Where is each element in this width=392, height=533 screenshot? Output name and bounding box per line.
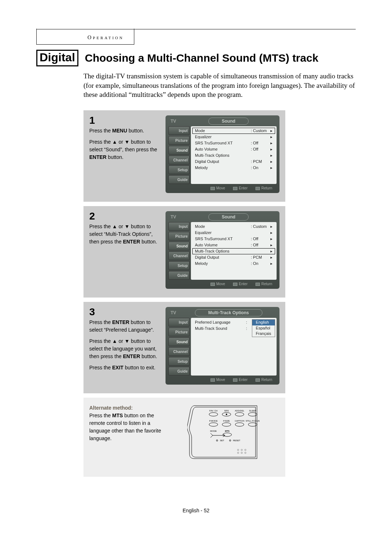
step-block: 1Press the MENU button.Press the ▲ or ▼ … [83, 110, 285, 202]
svg-point-20 [216, 440, 218, 441]
osd-row: Equalizer▸ [192, 230, 275, 236]
osd-tab: Picture [168, 136, 189, 145]
intro-text: The digital-TV transmission system is ca… [83, 71, 356, 99]
osd-row: SRS TruSurround XT: Off▸ [192, 140, 275, 146]
remote-illustration: FAV. CHSRSADD/DELSLEEP P.MODEP.SIZECAPTI… [187, 404, 260, 462]
svg-text:CAPTION: CAPTION [235, 420, 245, 422]
alternate-method-block: Alternate method: Press the MTS button o… [83, 398, 285, 477]
osd-tab: Guide [168, 175, 189, 184]
svg-point-14 [235, 423, 244, 426]
osd-row: Digital Output: PCM▸ [192, 254, 275, 261]
osd-row: Multi-Track Options▸ [192, 248, 275, 254]
osd-tab: Channel [168, 156, 189, 164]
osd-tab: Setup [168, 261, 189, 270]
osd-row: Melody: On▸ [192, 261, 275, 267]
svg-text:P.MODE: P.MODE [209, 420, 218, 422]
svg-text:SLEEP: SLEEP [249, 410, 256, 412]
osd-row: Mode: Custom▸ [192, 128, 275, 134]
svg-point-10 [209, 423, 218, 426]
osd-row: Digital Output: PCM▸ [192, 159, 275, 165]
step-number: 1 [89, 115, 160, 126]
svg-text:RESET: RESET [233, 439, 240, 442]
alt-text: Alternate method: Press the MTS button o… [89, 404, 166, 442]
osd-tab: Picture [168, 328, 189, 336]
step-number: 2 [89, 211, 160, 221]
osd-row: Mode: Custom▸ [192, 224, 275, 230]
svg-text:FAV. CH: FAV. CH [209, 410, 217, 412]
osd-screenshot: TVSoundInputPictureSoundChannelSetupGuid… [166, 211, 279, 289]
osd-row: Melody: On▸ [192, 165, 275, 171]
svg-point-4 [226, 414, 227, 415]
osd-row: Auto Volume: Off▸ [192, 242, 275, 248]
step-text: 3Press the ENTER button to select “Prefe… [89, 307, 160, 372]
svg-text:STILL FOCUS: STILL FOCUS [246, 420, 260, 422]
svg-text:MTS: MTS [225, 430, 230, 432]
step-text: 2Press the ▲ or ▼ button to select “Mult… [89, 211, 160, 246]
step-block: 3Press the ENTER button to select “Prefe… [83, 302, 285, 393]
step-block: 2Press the ▲ or ▼ button to select “Mult… [83, 206, 285, 298]
osd-tab: Picture [168, 232, 189, 241]
section-header: Operation [36, 29, 356, 29]
osd-tab: Channel [168, 347, 189, 356]
alt-heading: Alternate method: [89, 405, 133, 411]
svg-point-26 [245, 449, 246, 451]
svg-text:SRS: SRS [224, 410, 229, 412]
osd-row: Multi-Track Options▸ [192, 152, 275, 159]
page-title: Choosing a Multi-Channel Sound (MTS) tra… [85, 52, 318, 64]
svg-point-29 [245, 452, 246, 454]
digital-tag: Digital [36, 50, 78, 66]
svg-text:P.SIZE: P.SIZE [223, 420, 230, 422]
osd-tab: Sound [168, 242, 189, 250]
language-dropdown: EnglishEspañolFrançais [252, 319, 275, 337]
title-row: Digital Choosing a Multi-Channel Sound (… [36, 50, 356, 66]
osd-row: Auto Volume: Off▸ [192, 146, 275, 152]
svg-point-28 [241, 452, 242, 454]
svg-point-27 [237, 452, 239, 454]
step-number: 3 [89, 307, 160, 317]
svg-point-12 [222, 423, 231, 426]
osd-tab: Input [168, 126, 189, 135]
osd-screenshot: TVMulti-Track OptionsInputPictureSoundCh… [166, 307, 279, 385]
osd-tab: Input [168, 222, 189, 231]
osd-tab: Setup [168, 165, 189, 174]
svg-point-25 [241, 449, 242, 451]
svg-point-24 [237, 449, 239, 451]
osd-screenshot: TVSoundInputPictureSoundChannelSetupGuid… [166, 115, 279, 193]
svg-text:ADD/DEL: ADD/DEL [235, 410, 245, 412]
page-footer: English - 52 [0, 508, 392, 513]
svg-text:MODE: MODE [210, 430, 217, 432]
osd-tab: Guide [168, 367, 189, 376]
svg-point-1 [209, 413, 218, 416]
osd-tab: Setup [168, 357, 189, 366]
svg-point-22 [229, 440, 231, 441]
step-text: 1Press the MENU button.Press the ▲ or ▼ … [89, 115, 160, 161]
section-title: Operation [36, 29, 134, 45]
osd-tab: Sound [168, 337, 189, 346]
svg-text:SET: SET [220, 439, 224, 442]
osd-tab: Channel [168, 251, 189, 260]
svg-point-6 [235, 413, 244, 416]
osd-row: Equalizer▸ [192, 134, 275, 140]
osd-tab: Sound [168, 146, 189, 155]
osd-tab: Guide [168, 271, 189, 280]
osd-row: SRS TruSurround XT: Off▸ [192, 236, 275, 242]
osd-tab: Input [168, 318, 189, 327]
